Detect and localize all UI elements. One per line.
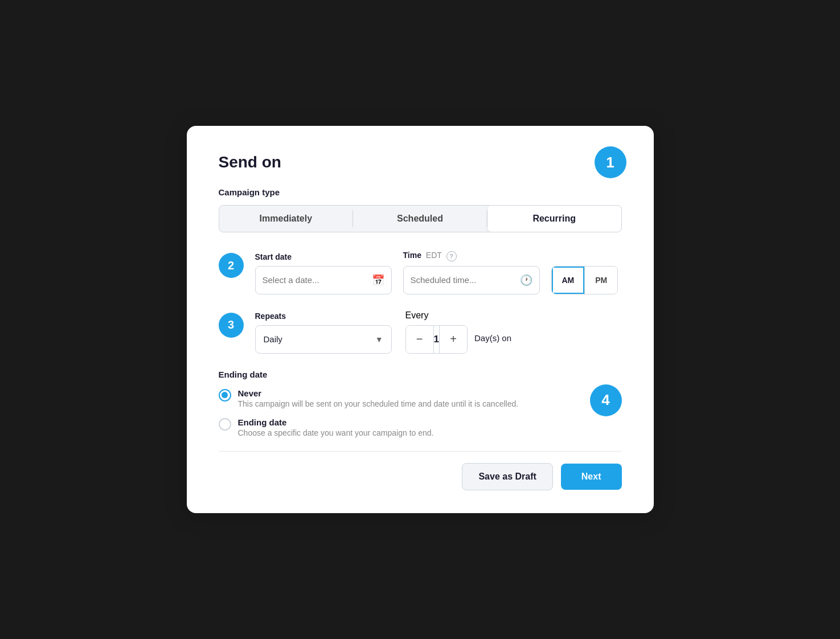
tab-recurring[interactable]: Recurring	[487, 206, 621, 232]
step2-content: Start date 📅 Time EDT ? 🕐	[255, 251, 622, 294]
pm-button[interactable]: PM	[585, 267, 617, 294]
every-controls: − 1 +	[405, 325, 468, 354]
clock-icon: 🕐	[520, 274, 532, 286]
repeats-select[interactable]: Daily Weekly Monthly	[264, 334, 375, 344]
repeats-label: Repeats	[255, 312, 392, 321]
am-button[interactable]: AM	[552, 267, 585, 294]
time-input[interactable]	[411, 275, 515, 285]
every-label: Every	[405, 310, 512, 321]
info-icon[interactable]: ?	[446, 251, 457, 261]
radio-never-inner	[222, 392, 228, 398]
every-group: Every − 1 + Day(s) on	[405, 310, 512, 354]
time-input-wrapper[interactable]: 🕐	[403, 266, 540, 294]
step4-badge: 4	[590, 384, 622, 416]
tab-scheduled[interactable]: Scheduled	[353, 206, 487, 232]
time-group: Time EDT ? 🕐	[403, 251, 540, 294]
ending-date-title: Ending date	[219, 370, 622, 379]
radio-never-desc: This campaign will be sent on your sched…	[238, 399, 519, 408]
repeats-every-row: Repeats Daily Weekly Monthly ▼ Every	[255, 310, 622, 354]
increment-button[interactable]: +	[440, 326, 467, 353]
step1-badge: 1	[595, 146, 626, 178]
radio-never-text: Never This campaign will be sent on your…	[238, 388, 519, 408]
step2-badge: 2	[219, 253, 244, 278]
campaign-type-section: Campaign type Immediately Scheduled Recu…	[219, 187, 622, 232]
radio-ending-date-label: Ending date	[238, 417, 434, 427]
am-pm-group: AM PM	[551, 266, 618, 294]
radio-option-never[interactable]: Never This campaign will be sent on your…	[219, 388, 622, 408]
campaign-type-label: Campaign type	[219, 187, 622, 197]
campaign-type-tabs: Immediately Scheduled Recurring	[219, 205, 622, 232]
repeats-group: Repeats Daily Weekly Monthly ▼	[255, 312, 392, 354]
decrement-button[interactable]: −	[406, 326, 433, 353]
radio-never-button[interactable]	[219, 389, 231, 402]
radio-ending-date-button[interactable]	[219, 418, 231, 431]
next-button[interactable]: Next	[561, 464, 622, 490]
page-title: Send on	[219, 153, 622, 171]
start-date-label: Start date	[255, 252, 392, 261]
radio-option-ending-date[interactable]: Ending date Choose a specific date you w…	[219, 417, 622, 437]
chevron-down-icon: ▼	[375, 335, 383, 344]
step2-row: 2 Start date 📅 Time EDT ?	[219, 251, 622, 294]
tab-immediately[interactable]: Immediately	[219, 206, 353, 232]
step3-badge: 3	[219, 313, 244, 338]
step3-row: 3 Repeats Daily Weekly Monthly ▼	[219, 310, 622, 354]
modal-container: 1 Send on Campaign type Immediately Sche…	[187, 126, 654, 513]
every-suffix: Day(s) on	[474, 333, 511, 345]
step3-content: Repeats Daily Weekly Monthly ▼ Every	[255, 310, 622, 354]
start-date-input-wrapper[interactable]: 📅	[255, 266, 392, 294]
start-date-input[interactable]	[263, 275, 367, 285]
ending-date-section: Ending date Never This campaign will be …	[219, 370, 622, 437]
start-date-group: Start date 📅	[255, 252, 392, 294]
radio-ending-date-text: Ending date Choose a specific date you w…	[238, 417, 434, 437]
bottom-divider	[219, 451, 622, 452]
radio-never-label: Never	[238, 388, 519, 398]
time-label: Time EDT ?	[403, 251, 540, 261]
calendar-icon: 📅	[372, 274, 384, 286]
bottom-row: Save as Draft Next	[219, 463, 622, 490]
timezone-label: EDT	[426, 251, 442, 260]
every-value: 1	[434, 334, 439, 345]
save-draft-button[interactable]: Save as Draft	[462, 463, 552, 490]
radio-ending-date-desc: Choose a specific date you want your cam…	[238, 428, 434, 437]
repeats-select-wrapper[interactable]: Daily Weekly Monthly ▼	[255, 325, 392, 354]
date-time-row: Start date 📅 Time EDT ? 🕐	[255, 251, 622, 294]
